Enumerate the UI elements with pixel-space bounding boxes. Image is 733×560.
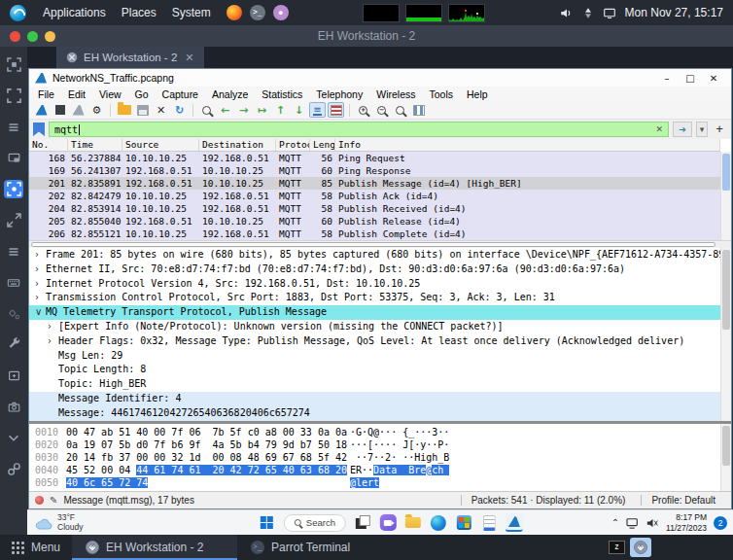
terminal-icon[interactable]: >_ <box>250 5 265 20</box>
expander-icon[interactable]: › <box>35 248 46 262</box>
detail-row[interactable]: ∨MQ Telemetry Transport Protocol, Publis… <box>29 305 720 320</box>
scaled-mode-icon[interactable] <box>4 180 23 198</box>
filter-bookmark-icon[interactable] <box>33 122 45 136</box>
go-forward-icon[interactable]: → <box>235 102 252 118</box>
hex-row[interactable]: 005040 6c 65 72 74@lert <box>35 476 720 489</box>
detail-row[interactable]: ›Header Flags: 0x32, Message Type: Publi… <box>29 334 720 349</box>
wireshark-taskbar-button[interactable] <box>506 514 523 532</box>
screenshot-camera-icon[interactable] <box>4 398 23 416</box>
find-packet-icon[interactable] <box>198 102 215 118</box>
menu-file[interactable]: File <box>31 88 61 100</box>
menu-view[interactable]: View <box>92 88 128 100</box>
chat-button[interactable] <box>379 514 397 532</box>
menu-system[interactable]: System <box>164 6 219 19</box>
preferences-gears-icon[interactable] <box>4 304 23 323</box>
menu-applications[interactable]: Applications <box>35 6 114 19</box>
packet-row[interactable]: 20282.84247910.10.10.25192.168.0.51MQTT5… <box>29 190 720 202</box>
detail-row[interactable]: ›Internet Protocol Version 4, Src: 192.1… <box>29 277 720 292</box>
view-options-icon[interactable] <box>4 118 23 136</box>
tab-close-icon[interactable]: ✕ <box>183 52 193 64</box>
packet-row[interactable]: 16956.241307192.168.0.5110.10.10.25MQTT6… <box>29 164 720 177</box>
menu-capture[interactable]: Capture <box>156 88 205 100</box>
detail-row[interactable]: Message: 446174612042726540636820406c657… <box>29 406 720 421</box>
zoom-out-icon[interactable]: − <box>373 102 390 118</box>
restore-icon[interactable]: □ <box>679 73 702 84</box>
column-no[interactable]: No. <box>29 139 68 151</box>
close-file-icon[interactable]: ✕ <box>153 102 169 118</box>
tray-remmina-icon[interactable] <box>630 538 651 557</box>
menu-places[interactable]: Places <box>114 6 164 19</box>
go-first-packet-icon[interactable]: ↑ <box>272 102 289 118</box>
column-protocol[interactable]: Protocol <box>276 139 310 151</box>
horizontal-scrollbar[interactable] <box>29 240 731 248</box>
packet-row[interactable]: 20182.835891192.168.0.5110.10.10.25MQTT8… <box>29 177 720 190</box>
column-time[interactable]: Time <box>68 139 122 151</box>
auto-scroll-icon[interactable]: ≡ <box>309 102 326 118</box>
detail-row[interactable]: ›Ethernet II, Src: 70:e8:d7:74:f7:bd (70… <box>29 262 720 277</box>
parrot-logo-icon[interactable] <box>10 5 26 21</box>
minimize-icon[interactable]: – <box>655 73 679 84</box>
packet-list-header[interactable]: No. Time Source Destination Protocol Len… <box>29 139 720 152</box>
wireshark-titlebar[interactable]: NetworkNS_Traffic.pcapng – □ ✕ <box>29 69 731 87</box>
menu-help[interactable]: Help <box>460 88 495 100</box>
apply-filter-icon[interactable]: ➔ <box>673 122 692 137</box>
expander-icon[interactable]: ∨ <box>35 305 46 320</box>
hscroll-thumb[interactable] <box>31 242 716 247</box>
tab-eh-workstation-2[interactable]: EH Workstation - 2 ✕ <box>56 47 204 68</box>
volume-icon[interactable] <box>560 7 574 19</box>
capture-options-icon[interactable] <box>70 102 87 118</box>
weather-widget[interactable]: 33°F Cloudy <box>27 513 83 533</box>
detail-row[interactable]: ›[Expert Info (Note/Protocol): Unknown v… <box>29 320 720 334</box>
hex-row[interactable]: 001000 47 ab 51 40 00 7f 06 7b 5f c0 a8 … <box>35 426 720 438</box>
capture-comment-icon[interactable]: ✎ <box>50 495 57 506</box>
tray-keyboard-icon[interactable]: z <box>609 541 625 554</box>
clear-filter-icon[interactable]: ✕ <box>655 124 663 134</box>
stop-capture-icon[interactable] <box>52 102 68 118</box>
task-view-button[interactable] <box>354 514 371 532</box>
scrollbar-thumb[interactable] <box>722 250 730 330</box>
scrollbar-thumb[interactable] <box>722 154 730 191</box>
multi-monitor-icon[interactable] <box>4 149 23 167</box>
packet-row[interactable]: 20682.85512110.10.10.25192.168.0.51MQTT5… <box>29 228 720 240</box>
system-monitor-applets[interactable] <box>363 4 485 22</box>
capture-focus-icon[interactable] <box>4 55 23 74</box>
start-button[interactable] <box>259 514 276 532</box>
column-destination[interactable]: Destination <box>199 139 276 151</box>
go-back-icon[interactable]: ← <box>217 102 233 118</box>
expander-icon[interactable]: › <box>35 262 46 277</box>
panel-clock[interactable]: Mon Nov 27, 15:17 <box>625 6 723 19</box>
tray-network-icon[interactable] <box>626 517 640 529</box>
menu-tools[interactable]: Tools <box>422 88 460 100</box>
display-filter-input[interactable]: mqtt ✕ <box>49 122 669 137</box>
search-pill[interactable]: Search <box>284 514 346 532</box>
packet-row[interactable]: 20482.85391410.10.10.25192.168.0.51MQTT5… <box>29 202 720 215</box>
detail-row[interactable]: Msg Len: 29 <box>29 349 720 364</box>
fullscreen-icon[interactable] <box>4 87 23 105</box>
notepad-button[interactable] <box>480 514 498 532</box>
column-source[interactable]: Source <box>122 139 199 151</box>
tray-volume-icon[interactable] <box>646 517 659 529</box>
open-file-icon[interactable] <box>116 102 132 118</box>
store-button[interactable] <box>455 514 472 532</box>
packet-row[interactable]: 20582.855040192.168.0.5110.10.10.25MQTT6… <box>29 215 720 228</box>
menu-edit[interactable]: Edit <box>61 88 92 100</box>
expert-info-icon[interactable] <box>35 496 44 505</box>
menu-go[interactable]: Go <box>128 88 156 100</box>
column-info[interactable]: Info <box>335 139 720 151</box>
packet-row[interactable]: 16856.23788410.10.10.25192.168.0.51MQTT5… <box>29 152 720 164</box>
firefox-icon[interactable] <box>227 5 242 20</box>
detail-row[interactable]: Topic Length: 8 <box>29 363 720 377</box>
detail-row[interactable]: ›Frame 201: 85 bytes on wire (680 bits),… <box>29 248 720 262</box>
taskbar-item-parrot-terminal[interactable]: ˃_ Parrot Terminal <box>237 535 402 560</box>
windows-clock[interactable]: 8:17 PM 11/27/2023 <box>666 512 707 532</box>
notification-badge[interactable]: 2 <box>714 516 727 530</box>
new-connection-icon[interactable] <box>4 367 23 385</box>
network-traffic-icon[interactable] <box>582 7 594 19</box>
reload-file-icon[interactable]: ↻ <box>171 102 188 118</box>
scrollbar-thumb[interactable] <box>722 426 730 466</box>
close-icon[interactable]: ✕ <box>702 73 725 84</box>
tray-chevron-icon[interactable]: ⌃ <box>611 517 619 528</box>
display-icon[interactable] <box>603 7 616 19</box>
hex-row[interactable]: 00200a 19 07 5b d0 7f b6 9f 4a 5b b4 79 … <box>35 438 720 451</box>
column-length[interactable]: Length <box>310 139 335 151</box>
